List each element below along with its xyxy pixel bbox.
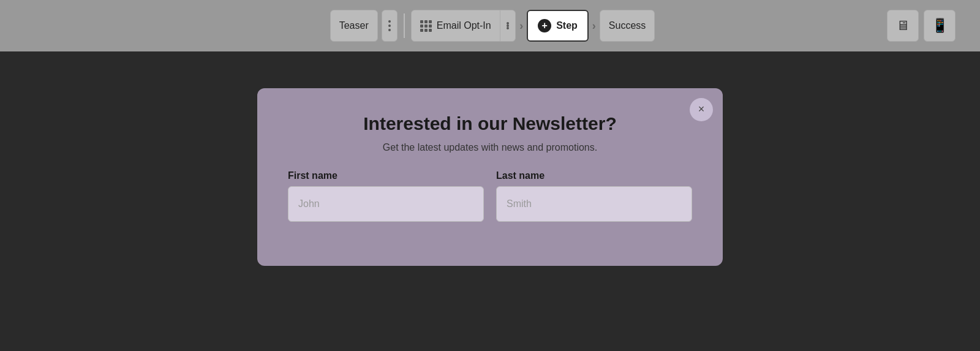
last-name-group: Last name <box>496 170 692 222</box>
email-opt-in-label-part: Email Opt-In <box>412 10 500 41</box>
plus-circle-icon: + <box>538 19 551 32</box>
step-email-opt-in[interactable]: Email Opt-In <box>411 10 516 42</box>
toolbar: Teaser Email Opt-In <box>0 0 980 51</box>
step-flow-divider <box>404 13 405 38</box>
email-opt-in-label: Email Opt-In <box>437 20 491 31</box>
mobile-device-btn[interactable]: 📱 <box>924 10 956 42</box>
modal-title: Interested in our Newsletter? <box>288 113 692 135</box>
modal-close-button[interactable]: × <box>690 98 713 121</box>
close-icon: × <box>698 103 705 116</box>
first-name-input[interactable] <box>288 186 484 222</box>
grid-icon <box>420 20 432 32</box>
modal-subtitle: Get the latest updates with news and pro… <box>288 142 692 153</box>
first-name-group: First name <box>288 170 484 222</box>
toolbar-right: 🖥 📱 <box>887 10 956 42</box>
form-row: First name Last name <box>288 170 692 222</box>
step-success[interactable]: Success <box>600 10 655 42</box>
first-name-label: First name <box>288 170 484 181</box>
desktop-icon: 🖥 <box>896 18 910 34</box>
desktop-device-btn[interactable]: 🖥 <box>887 10 919 42</box>
email-opt-in-more[interactable] <box>500 10 515 41</box>
toolbar-center: Teaser Email Opt-In <box>330 10 655 42</box>
popup-modal: × Interested in our Newsletter? Get the … <box>257 88 723 266</box>
step-label: Step <box>556 20 578 31</box>
last-name-label: Last name <box>496 170 692 181</box>
email-opt-in-dots-icon <box>507 22 509 29</box>
teaser-dots-icon <box>388 20 391 31</box>
content-area: × Interested in our Newsletter? Get the … <box>0 51 980 351</box>
arrow-icon-1: › <box>519 20 523 32</box>
last-name-input[interactable] <box>496 186 692 222</box>
success-label: Success <box>609 20 646 31</box>
step-teaser[interactable]: Teaser <box>330 10 378 42</box>
teaser-more-btn[interactable] <box>382 10 398 42</box>
add-step-button[interactable]: + × Step <box>527 10 589 42</box>
teaser-label: Teaser <box>339 20 369 31</box>
arrow-icon-2: › <box>592 20 596 32</box>
mobile-icon: 📱 <box>932 18 948 34</box>
